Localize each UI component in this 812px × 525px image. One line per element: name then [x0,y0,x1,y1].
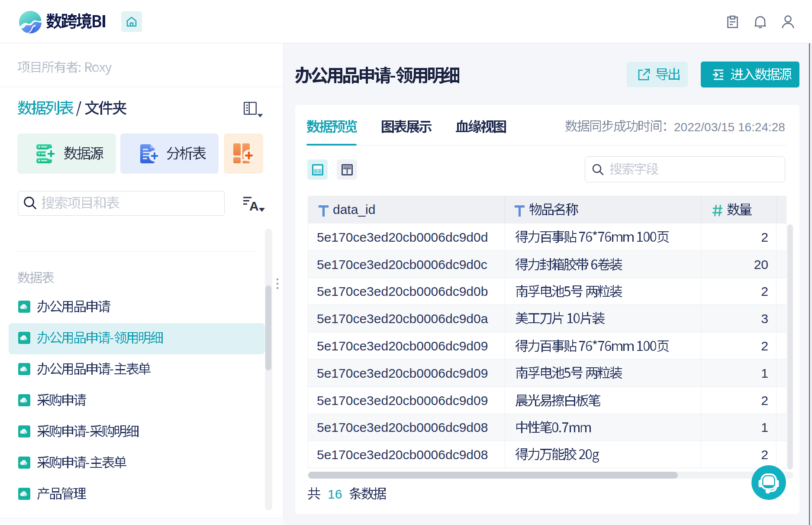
svg-text:A: A [249,199,259,213]
